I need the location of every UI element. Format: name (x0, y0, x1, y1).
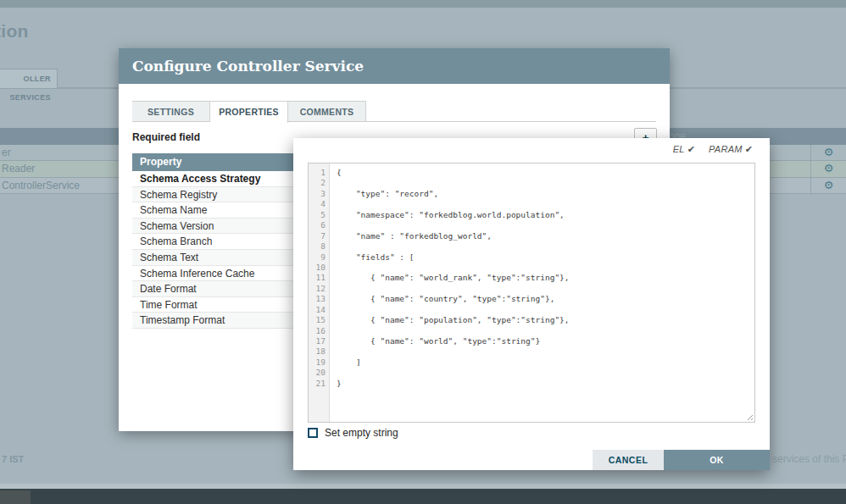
line-number: 8 (309, 241, 329, 252)
line-number: 21 (309, 379, 329, 389)
line-number: 9 (309, 252, 329, 263)
service-name-fragment: Reader (2, 161, 35, 176)
code-line (337, 347, 754, 357)
code-line: { "name": "country", "type":"string"}, (337, 294, 754, 304)
gear-icon[interactable]: ⚙ (810, 161, 846, 176)
bottom-bar (0, 489, 846, 504)
line-number: 13 (309, 294, 329, 304)
line-number: 14 (309, 305, 329, 315)
line-number: 17 (309, 336, 329, 346)
code-line: "fields" : [ (337, 252, 754, 263)
cancel-button[interactable]: CANCEL (593, 450, 664, 470)
line-number: 16 (309, 326, 329, 336)
code-line: { "name": "world_rank", "type":"string"}… (337, 273, 754, 283)
property-value-editor-popup: EL✔PARAM✔ 123456789101112131415161718192… (293, 138, 770, 470)
line-number: 11 (309, 273, 329, 283)
line-number: 4 (309, 199, 329, 209)
code-line: "name" : "forkedblog_world", (337, 231, 754, 241)
gear-icon[interactable]: ⚙ (810, 145, 846, 160)
line-number: 2 (309, 178, 329, 188)
check-icon: ✔ (687, 144, 695, 154)
required-field-label: Required field (132, 131, 200, 143)
status-text-fragment: services of this Pro (772, 453, 846, 465)
line-number: 20 (309, 368, 329, 378)
line-number: 19 (309, 357, 329, 368)
timestamp-fragment: 7 IST (2, 454, 24, 464)
line-number: 1 (309, 168, 329, 178)
code-line: ] (337, 357, 754, 368)
property-column-label: Property (132, 156, 181, 168)
code-line: } (337, 379, 754, 389)
line-number: 6 (309, 220, 329, 230)
code-line: { "name": "world", "type":"string"} (337, 336, 754, 346)
set-empty-string-row: Set empty string (308, 427, 398, 439)
code-line: { (337, 168, 754, 178)
line-number: 18 (309, 346, 329, 357)
code-line (337, 263, 754, 273)
code-line (337, 199, 754, 209)
dialog-tab[interactable]: PROPERTIES (210, 101, 288, 123)
line-number: 15 (309, 315, 329, 325)
code-line: { "name": "population", "type":"string"}… (337, 315, 754, 325)
set-empty-string-label: Set empty string (325, 427, 398, 439)
code-line: "type": "record", (337, 189, 754, 199)
code-area[interactable]: { "type": "record", "namespace": "forked… (330, 163, 754, 422)
page-heading-fragment: tion (0, 21, 29, 42)
service-name-fragment: ControllerService (2, 178, 80, 193)
gear-icon[interactable]: ⚙ (810, 178, 846, 193)
code-line: "namespace": "forkedblog.world.populatio… (337, 210, 754, 220)
schema-text-editor[interactable]: 123456789101112131415161718192021 { "typ… (308, 163, 755, 423)
controller-services-tab[interactable]: OLLER SERVICES (0, 69, 58, 88)
bottom-bar-left-segment (0, 490, 31, 504)
code-line (337, 220, 754, 230)
dialog-header: Configure Controller Service (119, 48, 670, 84)
code-line (337, 368, 754, 378)
nifi-screen: tion OLLER SERVICES one er ⚙ Reader ⚙ Co… (0, 0, 846, 504)
top-bar (0, 0, 846, 8)
dialog-tabs: SETTINGSPROPERTIESCOMMENTS (132, 101, 366, 123)
dialog-title: Configure Controller Service (119, 48, 670, 84)
line-number-gutter: 123456789101112131415161718192021 (309, 163, 330, 422)
expression-support-indicators: EL✔PARAM✔ (673, 144, 753, 155)
param-supported-label: PARAM (709, 144, 743, 154)
dialog-tab[interactable]: COMMENTS (288, 101, 366, 122)
popup-buttons: CANCEL OK (593, 450, 770, 470)
line-number: 12 (309, 284, 329, 294)
set-empty-string-checkbox[interactable] (308, 428, 318, 438)
ok-button[interactable]: OK (664, 450, 770, 470)
dialog-tab[interactable]: SETTINGS (132, 101, 210, 122)
line-number: 10 (309, 263, 329, 273)
code-line (337, 284, 754, 294)
line-number: 7 (309, 231, 329, 241)
line-number: 3 (309, 189, 329, 199)
code-line (337, 178, 754, 188)
code-line (337, 326, 754, 336)
code-line (337, 305, 754, 315)
code-line (337, 241, 754, 252)
check-icon: ✔ (745, 144, 753, 154)
line-number: 5 (309, 210, 329, 220)
service-name-fragment: er (2, 145, 11, 160)
el-supported-label: EL (673, 144, 685, 154)
